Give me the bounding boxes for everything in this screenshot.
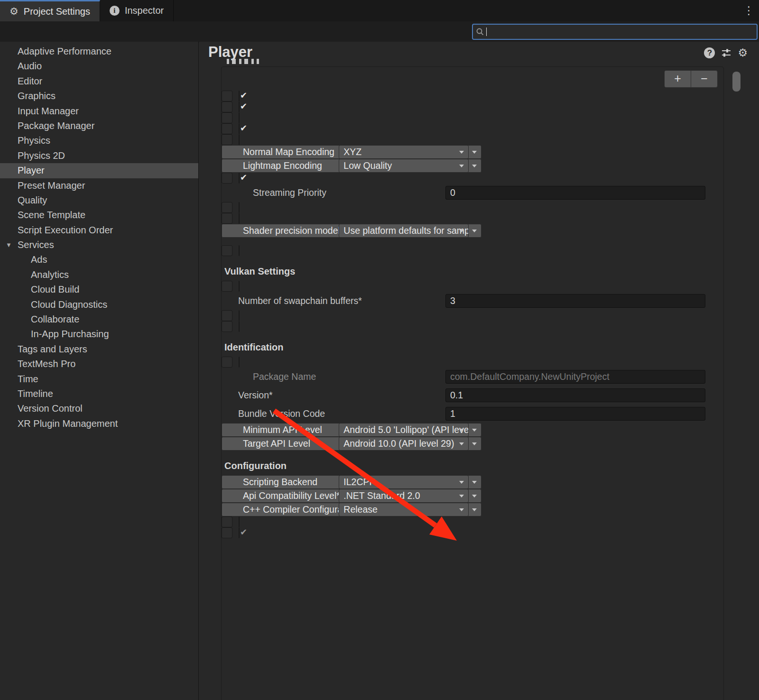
- sidebar-item-time[interactable]: Time: [0, 372, 198, 387]
- sidebar-item-timeline[interactable]: Timeline: [0, 387, 198, 401]
- checkbox-assembly-version-validation[interactable]: [239, 527, 240, 538]
- clipped-scrolled-text: [227, 59, 259, 64]
- help-icon[interactable]: ?: [704, 47, 715, 58]
- sidebar-item-scene-template[interactable]: Scene Template: [0, 208, 198, 222]
- sidebar-item-version-control[interactable]: Version Control: [0, 401, 198, 416]
- setting-row-assembly-version-validation: Assembly Version Validation: [222, 527, 232, 538]
- setting-row-bundle-version-code: Bundle Version Code1: [222, 405, 723, 423]
- setting-row-graphics-jobs-experimental: Graphics Jobs (Experimental): [222, 134, 232, 145]
- sidebar-item-services[interactable]: ▼Services: [0, 238, 198, 252]
- checkbox-frame-timing-stats[interactable]: [239, 202, 240, 213]
- sidebar-item-label: Package Manager: [18, 120, 94, 131]
- setting-label: Minimum API Level: [243, 424, 339, 436]
- checkbox-srgb-write-mode[interactable]: [239, 281, 240, 292]
- sidebar-item-label: Graphics: [18, 91, 56, 101]
- sidebar-item-quality[interactable]: Quality: [0, 193, 198, 208]
- setting-row-360-stereo-capture: 360 Stereo Capture*: [222, 245, 232, 256]
- section-header: Identification: [224, 342, 432, 353]
- sidebar-item-label: Collaborate: [31, 314, 79, 324]
- sidebar-item-package-manager[interactable]: Package Manager: [0, 119, 198, 133]
- section-configuration: Configuration: [222, 457, 723, 475]
- sidebar-item-cloud-build[interactable]: Cloud Build: [0, 282, 198, 297]
- checkbox-dynamic-batching[interactable]: [239, 112, 240, 123]
- sidebar-item-label: In-App Purchasing: [31, 329, 109, 339]
- dropdown-shader-precision-model[interactable]: Use platform defaults for sampler precis…: [339, 224, 469, 238]
- info-icon: i: [110, 6, 120, 16]
- sidebar-item-label: Adaptive Performance: [18, 46, 111, 56]
- input-number-of-swapchain-buffers[interactable]: 3: [445, 294, 705, 308]
- dropdown-lightmap-encoding[interactable]: Low Quality: [339, 159, 469, 173]
- checkbox-override-default-package-name[interactable]: [239, 357, 240, 368]
- remove-button[interactable]: −: [691, 70, 718, 88]
- sidebar-item-label: Timeline: [18, 388, 53, 399]
- sidebar-item-label: Input Manager: [18, 106, 79, 116]
- sidebar-item-label: Cloud Build: [31, 284, 79, 295]
- sidebar-item-ads[interactable]: Ads: [0, 252, 198, 267]
- checkbox-multithreaded-rendering[interactable]: [239, 91, 240, 101]
- sidebar-item-audio[interactable]: Audio: [0, 59, 198, 74]
- tab-label: Inspector: [125, 5, 164, 16]
- setting-label: C++ Compiler Configuration: [243, 503, 339, 516]
- sidebar-item-label: Time: [18, 374, 38, 384]
- tab-project-settings[interactable]: ⚙ Project Settings: [0, 0, 100, 21]
- tab-inspector[interactable]: i Inspector: [100, 0, 174, 21]
- dropdown-scripting-backend[interactable]: IL2CPP: [339, 475, 469, 489]
- sidebar-item-physics-2d[interactable]: Physics 2D: [0, 148, 198, 163]
- gear-icon[interactable]: ⚙: [738, 47, 748, 58]
- dropdown-c-compiler-configuration[interactable]: Release: [339, 503, 469, 516]
- sidebar-item-label: XR Plugin Management: [18, 418, 118, 429]
- search-input[interactable]: [472, 24, 758, 40]
- sidebar-item-player[interactable]: Player: [0, 163, 198, 178]
- add-button[interactable]: +: [664, 70, 691, 88]
- checkbox-static-batching[interactable]: [239, 101, 240, 112]
- input-version[interactable]: 0.1: [445, 388, 705, 402]
- sidebar-item-editor[interactable]: Editor: [0, 74, 198, 89]
- setting-row-normal-map-encoding: Normal Map EncodingXYZ: [222, 145, 481, 159]
- checkbox-acquire-swapchain-image-late-as-possible[interactable]: [239, 310, 240, 321]
- input-bundle-version-code[interactable]: 1: [445, 407, 705, 421]
- sidebar-item-label: Ads: [31, 254, 47, 265]
- sidebar-item-graphics[interactable]: Graphics: [0, 89, 198, 103]
- dropdown-normal-map-encoding[interactable]: XYZ: [339, 145, 469, 159]
- setting-row-virtual-texturing: Virtual Texturing*: [222, 213, 232, 224]
- checkbox-apply-display-rotation-during-rendering[interactable]: [239, 321, 240, 332]
- sidebar-item-label: Script Execution Order: [18, 225, 113, 235]
- sidebar-item-input-manager[interactable]: Input Manager: [0, 104, 198, 119]
- checkbox-virtual-texturing[interactable]: [239, 213, 240, 224]
- foldout-triangle-icon[interactable]: ▼: [6, 238, 12, 252]
- sidebar-item-analytics[interactable]: Analytics: [0, 267, 198, 282]
- sidebar-item-tags-and-layers[interactable]: Tags and Layers: [0, 342, 198, 357]
- page-title: Player: [208, 44, 252, 61]
- dropdown-api-compatibility-level[interactable]: .NET Standard 2.0: [339, 489, 469, 503]
- checkbox-graphics-jobs-experimental[interactable]: [239, 134, 240, 145]
- input-streaming-priority[interactable]: 0: [445, 186, 705, 200]
- sidebar-item-label: Audio: [18, 61, 42, 71]
- dropdown-minimum-api-level[interactable]: Android 5.0 'Lollipop' (API level 21): [339, 423, 469, 437]
- sidebar-item-collaborate[interactable]: Collaborate: [0, 312, 198, 327]
- presets-icon[interactable]: [721, 47, 732, 58]
- player-settings-panel: Player ? ⚙ + − Multithreaded Rendering*S…: [199, 42, 759, 700]
- sidebar-item-preset-manager[interactable]: Preset Manager: [0, 178, 198, 193]
- sidebar-item-physics[interactable]: Physics: [0, 133, 198, 148]
- settings-sidebar: Adaptive PerformanceAudioEditorGraphicsI…: [0, 42, 199, 700]
- setting-label: Bundle Version Code: [238, 408, 445, 419]
- setting-label: Lightmap Encoding: [243, 159, 339, 172]
- vertical-scrollbar-thumb[interactable]: [732, 72, 740, 92]
- sidebar-item-in-app-purchasing[interactable]: In-App Purchasing: [0, 327, 198, 341]
- sidebar-item-script-execution-order[interactable]: Script Execution Order: [0, 223, 198, 238]
- sidebar-item-textmesh-pro[interactable]: TextMesh Pro: [0, 357, 198, 371]
- sidebar-item-xr-plugin-management[interactable]: XR Plugin Management: [0, 416, 198, 431]
- setting-row-lightmap-encoding: Lightmap EncodingLow Quality: [222, 159, 481, 173]
- section-header: Vulkan Settings: [224, 266, 432, 277]
- checkbox-compute-skinning[interactable]: [239, 123, 240, 134]
- checkbox-lightmap-streaming[interactable]: [239, 173, 240, 184]
- checkbox-360-stereo-capture[interactable]: [239, 245, 240, 256]
- kebab-menu-icon[interactable]: ⋮: [739, 0, 759, 21]
- input-package-name[interactable]: com.DefaultCompany.NewUnityProject: [445, 370, 705, 384]
- preset-add-remove-buttons: + −: [664, 70, 718, 88]
- dropdown-target-api-level[interactable]: Android 10.0 (API level 29): [339, 437, 469, 451]
- sidebar-item-label: Tags and Layers: [18, 344, 87, 354]
- sidebar-item-cloud-diagnostics[interactable]: Cloud Diagnostics: [0, 297, 198, 312]
- checkbox-use-incremental-gc[interactable]: [239, 516, 240, 527]
- sidebar-item-adaptive-performance[interactable]: Adaptive Performance: [0, 44, 198, 59]
